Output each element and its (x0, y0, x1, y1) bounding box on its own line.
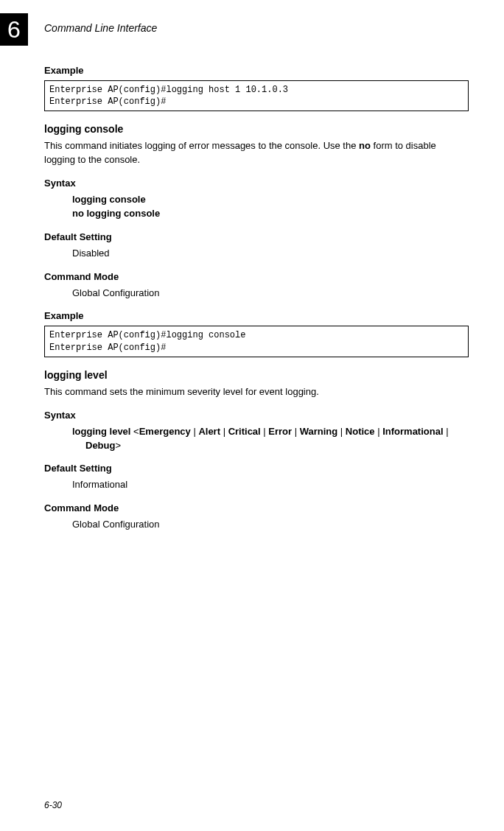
cmd1-syntax-line2: no logging console (72, 207, 469, 221)
cmd1-example-label: Example (44, 310, 469, 321)
cmd2-syntax-label: Syntax (44, 410, 469, 421)
command-heading-logging-console: logging console (44, 123, 469, 135)
op6: Notice (346, 426, 375, 437)
code-box-2: Enterprise AP(config)#logging console En… (44, 326, 469, 357)
cmd1-default-value: Disabled (72, 247, 469, 261)
cmd1-default-label: Default Setting (44, 231, 469, 242)
op2: Alert (198, 426, 220, 437)
cmd2-description: This command sets the minimum severity l… (44, 385, 469, 399)
cmd2-syntax-line: logging level <Emergency | Alert | Criti… (72, 425, 469, 453)
cmd1-mode-value: Global Configuration (72, 287, 469, 301)
example-heading-1: Example (44, 65, 469, 76)
cmd1-desc-pre: This command initiates logging of error … (44, 140, 359, 151)
code-box-1: Enterprise AP(config)#logging host 1 10.… (44, 80, 469, 111)
pipe1: | (191, 426, 199, 437)
op7: Informational (382, 426, 443, 437)
op5: Warning (300, 426, 338, 437)
page-content: Example Enterprise AP(config)#logging ho… (44, 65, 469, 532)
op4: Error (268, 426, 292, 437)
pipe2: | (220, 426, 228, 437)
cmd1-syntax-label: Syntax (44, 178, 469, 189)
pipe3: | (261, 426, 269, 437)
chapter-title: Command Line Interface (44, 22, 157, 34)
pipe7: | (444, 426, 449, 437)
gt: > (115, 440, 121, 451)
cmd1-desc-bold: no (359, 140, 371, 151)
op3: Critical (228, 426, 261, 437)
lt: < (130, 426, 139, 437)
cmd1-syntax-line1: logging console (72, 193, 469, 207)
cmd2-default-label: Default Setting (44, 463, 469, 474)
cmd2-syntax-pre: logging level (72, 426, 130, 437)
pipe6: | (375, 426, 383, 437)
op8: Debug (85, 440, 115, 451)
chapter-number-tab: 6 (0, 13, 28, 46)
pipe5: | (337, 426, 346, 437)
cmd2-mode-label: Command Mode (44, 502, 469, 513)
pipe4: | (292, 426, 300, 437)
page-number: 6-30 (44, 800, 62, 810)
cmd2-default-value: Informational (72, 478, 469, 492)
op1: Emergency (139, 426, 191, 437)
cmd1-description: This command initiates logging of error … (44, 139, 469, 167)
command-heading-logging-level: logging level (44, 369, 469, 381)
cmd2-mode-value: Global Configuration (72, 518, 469, 532)
cmd1-mode-label: Command Mode (44, 271, 469, 282)
